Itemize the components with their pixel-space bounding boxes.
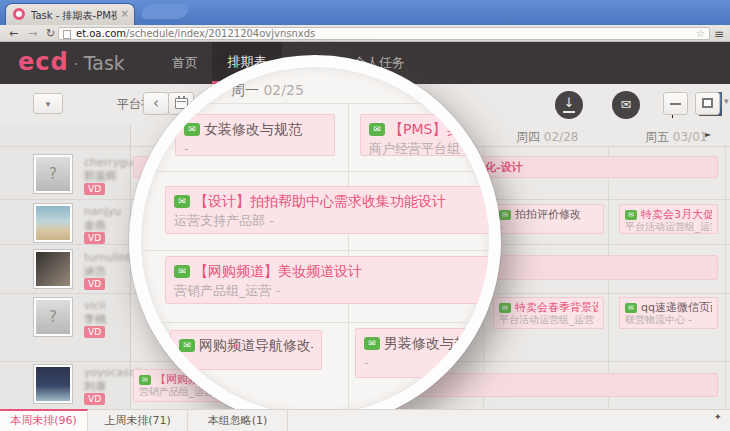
display-name: 刘康 <box>84 379 106 394</box>
logo-mark: ecd <box>18 48 69 76</box>
task-mail-icon: ✉ <box>174 265 190 278</box>
placeholder-person-icon: ? <box>49 308 57 326</box>
grid-line <box>149 103 481 104</box>
logo-product: Task <box>84 52 125 74</box>
task-subtitle: 平台活动运营组_运营 - l... <box>499 314 598 326</box>
browser-titlebar: Task - 排期表-PM视图 × <box>0 0 730 25</box>
tab-this-week-unscheduled[interactable]: 本周未排(96) <box>0 409 88 431</box>
display-name: 李桃 <box>84 312 106 327</box>
prev-week-button[interactable]: ‹ <box>143 92 169 115</box>
tab-last-week-unscheduled[interactable]: 上周未排(71) <box>88 410 188 431</box>
task-mail-icon: ✉ <box>499 210 511 220</box>
reload-icon[interactable]: ↻ <box>46 26 55 41</box>
role-badge: VD <box>84 183 105 195</box>
task-mail-icon: ✉ <box>369 123 385 136</box>
task-subtitle: - <box>499 221 598 233</box>
task-card[interactable]: ✉拍拍评价修改 - <box>493 204 604 234</box>
app-logo: ecd·Task <box>18 42 125 84</box>
task-subtitle: 联营物流中心 - <box>625 314 712 326</box>
browser-tab[interactable]: Task - 排期表-PM视图 × <box>5 3 135 25</box>
url-path: /schedule/index/20121204ovjvnsnxds <box>126 28 315 39</box>
task-subtitle: 运营支持产品部 - <box>174 213 480 229</box>
task-title: 特卖会春季背景设计 <box>515 301 598 314</box>
column-header-thursday: 周四 02/28 <box>516 129 578 146</box>
weekday-label: 周五 <box>645 130 669 144</box>
date-label: 03/01 <box>673 130 708 144</box>
scroll-right-icon[interactable]: ► <box>705 130 711 139</box>
collapse-view-button[interactable] <box>663 92 688 115</box>
task-mail-icon: ✉ <box>625 303 637 313</box>
sidebar-user-row[interactable]: tumulintu 涂浩 VD <box>0 250 130 296</box>
sidebar-user-row[interactable]: ? cherryguo 郭晨晖 VD <box>0 155 130 201</box>
role-badge: VD <box>84 393 105 405</box>
sidebar-user-row[interactable]: ? vicli 李桃 VD <box>0 298 130 344</box>
task-card[interactable]: ✉特卖会春季背景设计 平台活动运营组_运营 - l... <box>493 297 604 329</box>
nav-item-home[interactable]: 首页 <box>158 42 212 84</box>
browser-toolbar: ← → ↻ et.oa.com/schedule/index/20121204o… <box>0 25 730 42</box>
sidebar-user-row[interactable]: yoyocasollu 刘康 VD <box>0 365 130 411</box>
avatar <box>34 365 72 403</box>
grid-line <box>141 322 489 323</box>
task-card[interactable]: ✉【设计】拍拍帮助中心需求收集功能设计 运营支持产品部 - <box>165 186 489 234</box>
task-card[interactable]: ✉【PMS】实时 商户经营平台组 - <box>360 114 489 156</box>
avatar <box>34 204 72 242</box>
task-mail-icon: ✉ <box>184 123 200 136</box>
caret-down-icon[interactable]: ▾ <box>724 96 729 106</box>
date-label: 02/28 <box>544 130 579 144</box>
bookmark-star-icon[interactable]: ☆ <box>696 28 705 40</box>
task-card[interactable]: ✉网购频道导航修改与... <box>170 330 322 370</box>
username: cherryguo <box>84 156 140 169</box>
download-icon[interactable]: ↓ <box>555 91 583 119</box>
task-mail-icon: ✉ <box>139 375 151 385</box>
task-card[interactable]: ✉男装修改与规... - <box>355 328 489 378</box>
forward-icon[interactable]: → <box>28 26 37 41</box>
task-subtitle: 营销产品组_运营 - <box>174 283 480 299</box>
tab-close-icon[interactable]: × <box>121 8 129 19</box>
task-card[interactable]: ✉qq速递微信页面优化 联营物流中心 - <box>619 297 718 329</box>
task-title: 拍拍评价修改 <box>515 208 581 221</box>
task-title: 【网购频道】美妆频道设计 <box>194 263 362 280</box>
grid-line <box>141 171 489 172</box>
expand-view-button[interactable] <box>695 92 720 115</box>
sidebar-user-row[interactable]: nanjyu 金燕 VD <box>0 204 130 250</box>
column-header-friday: 周五 03/01 <box>645 129 707 146</box>
task-subtitle: - <box>364 355 480 371</box>
new-tab-button[interactable] <box>139 4 191 19</box>
display-name: 涂浩 <box>84 264 106 279</box>
back-icon[interactable]: ← <box>9 26 18 41</box>
browser-menu-icon[interactable]: ≡ <box>714 27 724 41</box>
date-label: 02/25 <box>263 82 303 98</box>
mail-glyph: ✉ <box>621 97 632 112</box>
task-card[interactable]: ✉【网购频道】美妆频道设计 营销产品组_运营 - <box>165 256 489 304</box>
task-card[interactable]: ✉特卖会3月大促预告页... 平台活动运营组_运营 - l... <box>619 204 718 234</box>
role-badge: VD <box>84 326 105 338</box>
task-mail-icon: ✉ <box>625 210 637 220</box>
page-icon <box>63 30 71 39</box>
weekday-label: 周一 <box>231 82 259 98</box>
download-tray-bar <box>563 111 575 113</box>
magnified-column-header: 周一 02/25 <box>231 82 304 100</box>
task-subtitle: 商户经营平台组 - <box>369 141 480 156</box>
task-mail-icon: ✉ <box>179 339 195 352</box>
group-dropdown-button[interactable]: ▾ <box>33 93 63 114</box>
grid-line <box>141 250 489 251</box>
browser-tab-title: Task - 排期表-PM视图 <box>31 9 117 23</box>
role-badge: VD <box>84 278 105 290</box>
task-title: 女装修改与规范 <box>204 121 302 138</box>
task-title: 网购频道导航修改与... <box>199 337 313 354</box>
scroll-handle-icon[interactable]: ✦ <box>714 412 722 422</box>
maximize-icon <box>702 98 713 108</box>
username: nanjyu <box>84 205 121 218</box>
tab-group-ignored[interactable]: 本组忽略(1) <box>188 410 288 431</box>
placeholder-person-icon: ? <box>49 165 57 183</box>
mail-icon[interactable]: ✉ <box>612 91 640 119</box>
task-title: 【PMS】实时 <box>389 121 474 138</box>
task-mail-icon: ✉ <box>174 195 190 208</box>
grid-line <box>725 147 726 409</box>
screen: Task - 排期表-PM视图 × ← → ↻ et.oa.com/schedu… <box>0 0 730 431</box>
task-title: 男装修改与规... <box>384 335 480 352</box>
role-badge: VD <box>84 232 105 244</box>
task-title: 特卖会3月大促预告页... <box>641 208 712 221</box>
address-bar[interactable]: et.oa.com/schedule/index/20121204ovjvnsn… <box>58 27 710 40</box>
task-card[interactable]: ✉女装修改与规范 - <box>175 114 335 156</box>
